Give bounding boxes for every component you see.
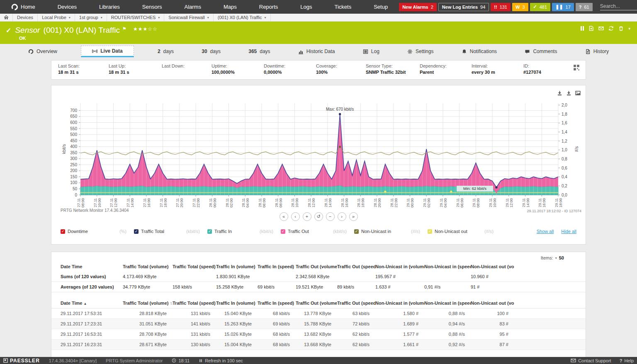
table-row[interactable]: 29.11.2017 16:53:3128.708 KByte131 kbit/… [51,329,586,340]
nav-reports[interactable]: Reports [248,0,289,14]
legend-checkbox[interactable]: ✓ [354,229,359,234]
image-export-icon[interactable] [575,90,581,96]
column-header-traffic-in-volume-[interactable]: Traffic In (volume) [216,264,258,269]
chart-zoom-out-button[interactable]: − [326,212,335,221]
legend-checkbox[interactable]: ✓ [134,229,139,234]
sensors-up-badge[interactable]: ✓481 [530,3,551,11]
column-header-non-unicast-in-volume-[interactable]: Non-Unicast in (volume) ⇅ [375,301,424,306]
nav-logs[interactable]: Logs [289,0,323,14]
legend-checkbox[interactable]: ✓ [61,229,65,234]
star-icon[interactable]: ☆ [153,26,158,32]
svg-text:0,8: 0,8 [562,157,567,161]
column-header-traffic-total-speed-[interactable]: Traffic Total (speed) [173,264,216,269]
sensors-warning-badge[interactable]: W3 [512,3,528,11]
nav-devices[interactable]: Devices [46,0,88,14]
nav-alarms[interactable]: Alarms [173,0,212,14]
column-header-non-unicast-in-speed-[interactable]: Non-Unicast in (speed) [424,264,471,269]
chart-zoom-in-button[interactable]: + [303,212,311,221]
column-header-traffic-total-speed-[interactable]: Traffic Total (speed) ⇅ [173,301,216,306]
breadcrumb-local-probe[interactable]: Local Probe▾ [38,14,75,21]
qr-code-icon[interactable] [573,64,580,79]
nav-home[interactable]: Home [0,0,46,14]
breadcrumb-router-switches[interactable]: ROUTER/SWITCHES▾ [107,14,165,21]
column-header-non-unicast-in-volume-[interactable]: Non-Unicast in (volume) [375,264,424,269]
footer-refresh[interactable]: Refresh in 100 sec [199,358,243,363]
column-header-non-unicast-out-volume-[interactable]: Non-Unicast out (volume) [471,264,514,269]
breadcrumb-home-icon[interactable] [0,14,13,21]
column-header-date-time[interactable]: Date Time ▲ [61,301,123,306]
more-caret-icon[interactable]: ▾ [628,27,630,31]
search-input[interactable] [600,3,637,9]
star-icon[interactable]: ★ [133,26,138,32]
legend-checkbox[interactable]: ✓ [428,229,432,234]
hide-all-link[interactable]: Hide all [561,229,576,234]
delete-icon[interactable] [618,26,624,31]
tab-live-data[interactable]: Live Data [81,46,134,57]
table-row[interactable]: 29.11.2017 16:23:3128.671 KByte130 kbit/… [51,340,586,350]
tab-comments[interactable]: Comments [520,46,561,57]
chart-fast-backward-button[interactable]: « [280,212,288,221]
show-all-link[interactable]: Show all [537,229,554,234]
legend-checkbox[interactable]: ✓ [281,229,285,234]
tab-notifications[interactable]: Notifications [457,46,501,57]
pause-icon[interactable] [581,26,584,31]
items-count-control[interactable]: Items: ▾ 50 [51,252,586,261]
column-header-traffic-out-volume-[interactable]: Traffic Out (volume) ⇅ [296,301,337,306]
table-row[interactable]: 29.11.2017 17:53:3128.818 KByte131 kbit/… [51,308,586,319]
legend-checkbox[interactable]: ✓ [207,229,212,234]
column-header-traffic-in-speed-[interactable]: Traffic In (speed) [258,264,296,269]
flag-icon[interactable]: ⚑ [122,26,126,32]
star-icon[interactable]: ★ [143,26,148,32]
chart-step-backward-button[interactable]: ‹ [291,212,300,221]
nav-libraries[interactable]: Libraries [88,0,131,14]
paessler-logo[interactable]: PAESSLER [3,358,40,364]
column-header-date-time[interactable]: Date Time [61,264,123,269]
contact-support-link[interactable]: Contact Support [571,358,611,363]
error-icon: !! [494,5,497,10]
breadcrumb-devices[interactable]: Devices [13,14,38,21]
column-header-traffic-out-speed-[interactable]: Traffic Out (speed) [337,264,375,269]
table-row[interactable]: 29.11.2017 17:23:3131.051 KByte141 kbit/… [51,319,586,329]
star-icon[interactable]: ☆ [148,26,153,32]
star-icon[interactable]: ★ [138,26,143,32]
chart-reset-button[interactable]: ↺ [314,212,323,221]
column-header-traffic-in-speed-[interactable]: Traffic In (speed) ⇅ [258,301,296,306]
new-log-entries-button[interactable]: New Log Entries94 [438,3,489,11]
download-data-icon[interactable] [566,90,571,96]
tab-30-days[interactable]: 30days [197,46,225,57]
breadcrumb--001-x0-lan-traffic[interactable]: (001) X0 (LAN) Traffic▾ [214,14,271,21]
new-alarms-button[interactable]: New Alarms2 [399,3,437,11]
tab-365-days[interactable]: 365days [244,46,274,57]
tab-history[interactable]: History [581,46,613,57]
email-icon[interactable] [598,26,604,31]
tab-overview[interactable]: Overview [24,46,61,57]
tab-log[interactable]: Log [359,46,384,57]
tab-settings[interactable]: Settings [403,46,438,57]
column-header-non-unicast-out-volume-[interactable]: Non-Unicast out (volume) ⇅ [471,301,514,306]
sensors-unknown-badge[interactable]: ?61 [576,3,593,11]
chart-fast-forward-button[interactable]: » [349,212,358,221]
column-header-traffic-out-volume-[interactable]: Traffic Out (volume) [296,264,337,269]
help-link[interactable]: ? Help [620,358,634,363]
tab-2-days[interactable]: 2days [153,46,178,57]
nav-maps[interactable]: Maps [212,0,248,14]
column-header-non-unicast-in-speed-[interactable]: Non-Unicast in (speed) ⇅ [424,301,471,306]
sensors-paused-badge[interactable]: ❚❚17 [552,3,574,11]
column-header-traffic-total-volume-[interactable]: Traffic Total (volume) ⇅ [123,301,173,306]
nav-tickets[interactable]: Tickets [323,0,362,14]
download-graph-icon[interactable] [557,90,562,96]
report-icon[interactable] [588,26,594,31]
svg-text:150: 150 [70,175,77,179]
tab-historic-data[interactable]: Historic Data [294,46,339,57]
breadcrumb-1st-group[interactable]: 1st group▾ [75,14,107,21]
nav-sensors[interactable]: Sensors [131,0,173,14]
column-header-traffic-total-volume-[interactable]: Traffic Total (volume) [123,264,173,269]
chart-step-forward-button[interactable]: › [338,212,346,221]
refresh-icon[interactable] [608,26,614,31]
column-header-traffic-out-speed-[interactable]: Traffic Out (speed) ⇅ [337,301,375,306]
priority-stars[interactable]: ★★★☆☆ [133,26,158,32]
nav-setup[interactable]: Setup [362,0,399,14]
column-header-traffic-in-volume-[interactable]: Traffic In (volume) ⇅ [216,301,258,306]
breadcrumb-sonicwall-firewall[interactable]: Sonicwall Firewall▾ [164,14,213,21]
sensors-error-badge[interactable]: !!131 [491,3,511,11]
